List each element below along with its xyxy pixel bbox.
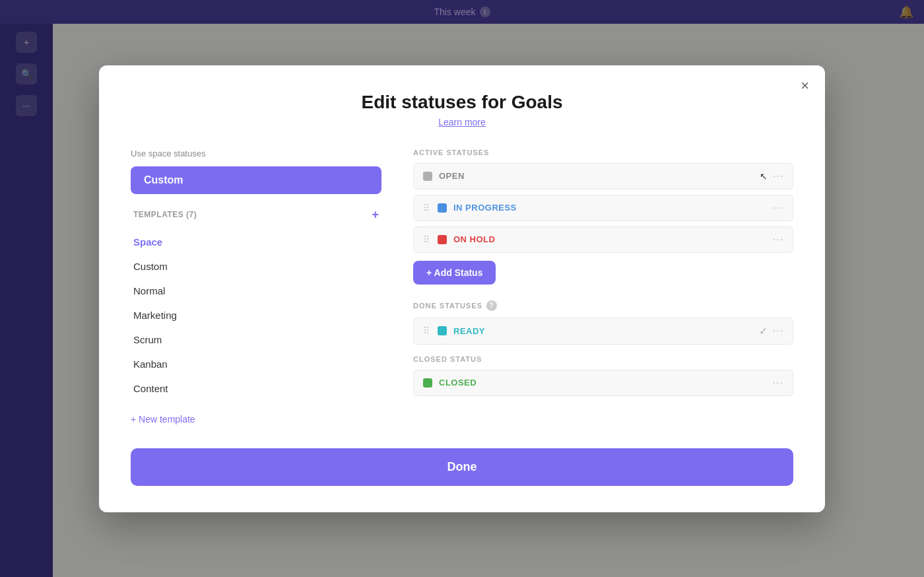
template-item-marketing[interactable]: Marketing [131,303,381,327]
status-name-on-hold: ON HOLD [453,234,766,244]
modal-header: Edit statuses for Goals Learn more [131,92,793,127]
status-name-in-progress: IN PROGRESS [453,203,766,213]
status-more-on-hold[interactable]: ··· [773,234,783,246]
status-color-open [423,172,432,181]
status-row-in-progress[interactable]: ⠿ IN PROGRESS ··· [413,195,793,221]
status-more-closed[interactable]: ··· [773,377,783,389]
custom-selected-button[interactable]: Custom [131,166,381,194]
status-name-open: OPEN [439,171,753,181]
status-check-ready: ✓ [759,325,768,337]
done-button[interactable]: Done [131,448,793,486]
status-actions-in-progress: ··· [773,202,783,214]
template-item-kanban[interactable]: Kanban [131,352,381,376]
status-name-closed: CLOSED [439,378,766,388]
active-statuses-label: ACTIVE STATUSES [413,149,793,156]
status-more-open[interactable]: ··· [773,170,783,182]
template-item-custom[interactable]: Custom [131,254,381,279]
modal-overlay: × Edit statuses for Goals Learn more Use… [0,0,924,577]
cursor-icon: ↖ [760,171,768,182]
status-color-on-hold [438,235,447,244]
modal-body: Use space statuses Custom TEMPLATES (7) … [131,149,793,427]
done-statuses-label: DONE STATUSES ? [413,300,793,311]
closed-status-label: CLOSED STATUS [413,355,793,363]
template-item-space[interactable]: Space [131,230,381,254]
status-name-ready: READY [453,326,752,336]
add-status-button[interactable]: + Add Status [413,261,496,285]
right-statuses-panel: ACTIVE STATUSES OPEN ↖ ··· ⠿ IN PROGRESS [413,149,793,427]
template-list: Space Custom Normal Marketing Scrum Kanb… [131,230,381,401]
status-color-ready [438,326,447,335]
templates-header: TEMPLATES (7) + [131,205,381,224]
status-row-open[interactable]: OPEN ↖ ··· [413,163,793,189]
status-row-on-hold[interactable]: ⠿ ON HOLD ··· [413,226,793,253]
modal: × Edit statuses for Goals Learn more Use… [99,65,825,512]
templates-add-icon[interactable]: + [372,209,379,221]
drag-handle-in-progress[interactable]: ⠿ [423,203,430,213]
status-row-ready[interactable]: ⠿ READY ✓ ··· [413,318,793,345]
status-more-ready[interactable]: ··· [773,325,783,337]
drag-handle-on-hold[interactable]: ⠿ [423,234,430,245]
done-statuses-help-icon[interactable]: ? [486,300,497,311]
templates-label: TEMPLATES (7) [133,210,197,219]
status-actions-closed: ··· [773,377,783,389]
template-item-content[interactable]: Content [131,376,381,401]
status-color-in-progress [438,203,447,213]
closed-status-section: CLOSED STATUS CLOSED ··· [413,355,793,396]
template-item-normal[interactable]: Normal [131,279,381,303]
use-space-label: Use space statuses [131,149,381,158]
new-template-button[interactable]: + New template [131,411,195,427]
status-more-in-progress[interactable]: ··· [773,202,783,214]
close-button[interactable]: × [801,79,809,93]
left-panel: Use space statuses Custom TEMPLATES (7) … [131,149,381,427]
status-color-closed [423,378,432,388]
status-row-closed[interactable]: CLOSED ··· [413,370,793,396]
status-actions-open: ↖ ··· [760,170,783,182]
status-actions-on-hold: ··· [773,234,783,246]
drag-handle-ready[interactable]: ⠿ [423,325,430,336]
modal-title: Edit statuses for Goals [131,92,793,113]
learn-more-link[interactable]: Learn more [131,117,793,127]
status-actions-ready: ✓ ··· [759,325,783,337]
template-item-scrum[interactable]: Scrum [131,327,381,352]
